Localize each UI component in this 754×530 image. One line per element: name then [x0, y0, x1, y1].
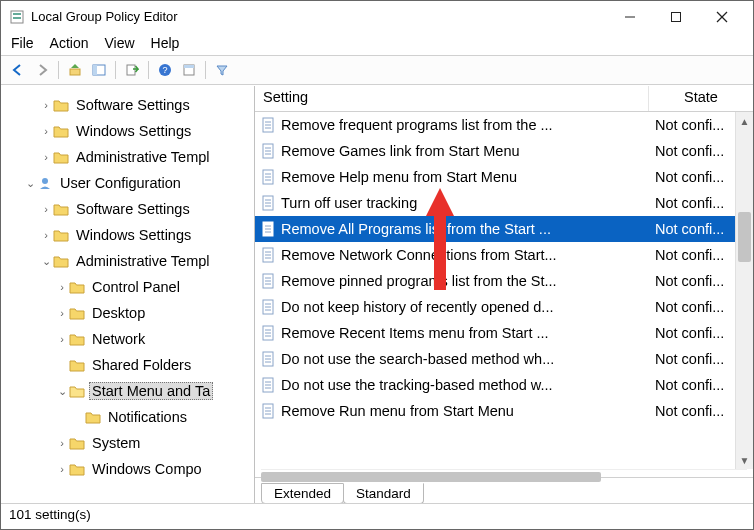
svg-rect-2	[13, 17, 21, 19]
list-row[interactable]: Remove frequent programs list from the .…	[255, 112, 753, 138]
export-button[interactable]	[121, 59, 143, 81]
column-state[interactable]: State	[649, 86, 753, 111]
window-title: Local Group Policy Editor	[31, 9, 607, 24]
list-row[interactable]: Remove All Programs list from the Start …	[255, 216, 753, 242]
list-row[interactable]: Do not use the search-based method wh...…	[255, 346, 753, 372]
folder-icon	[69, 332, 85, 346]
list-row[interactable]: Turn off user trackingNot confi...	[255, 190, 753, 216]
vertical-scrollbar[interactable]: ▲ ▼	[735, 112, 753, 469]
policy-icon	[261, 403, 277, 419]
list-row[interactable]: Remove Network Connections from Start...…	[255, 242, 753, 268]
scroll-thumb[interactable]	[738, 212, 751, 262]
row-name: Remove Network Connections from Start...	[281, 247, 557, 263]
list-header: Setting State	[255, 86, 753, 112]
row-name: Turn off user tracking	[281, 195, 417, 211]
column-setting[interactable]: Setting	[255, 86, 649, 111]
policy-icon	[261, 117, 277, 133]
scroll-thumb[interactable]	[261, 472, 601, 482]
toolbar-separator	[115, 61, 116, 79]
svg-rect-10	[127, 65, 135, 75]
scroll-down-icon[interactable]: ▼	[736, 451, 753, 469]
tree-node[interactable]: ⌄User Configuration	[1, 170, 254, 196]
tree-node[interactable]: ⌄Administrative Templ	[1, 248, 254, 274]
row-name: Remove Run menu from Start Menu	[281, 403, 514, 419]
list-row[interactable]: Remove Recent Items menu from Start ...N…	[255, 320, 753, 346]
list-row[interactable]: Remove pinned programs list from the St.…	[255, 268, 753, 294]
toolbar-separator	[205, 61, 206, 79]
close-button[interactable]	[699, 1, 745, 33]
tree-node[interactable]: ›Windows Settings	[1, 118, 254, 144]
tree-node[interactable]: ›Network	[1, 326, 254, 352]
row-name: Remove All Programs list from the Start …	[281, 221, 551, 237]
minimize-button[interactable]	[607, 1, 653, 33]
policy-icon	[261, 247, 277, 263]
scroll-up-icon[interactable]: ▲	[736, 112, 753, 130]
chevron-right-icon[interactable]: ›	[39, 203, 53, 215]
menu-action[interactable]: Action	[50, 35, 89, 51]
chevron-right-icon[interactable]: ›	[39, 229, 53, 241]
tab-standard[interactable]: Standard	[343, 483, 424, 503]
row-state: Not confi...	[655, 143, 724, 159]
help-button[interactable]: ?	[154, 59, 176, 81]
chevron-down-icon[interactable]: ⌄	[55, 385, 69, 398]
list-row[interactable]: Do not keep history of recently opened d…	[255, 294, 753, 320]
policy-icon	[261, 195, 277, 211]
folder-icon	[53, 124, 69, 138]
list-row[interactable]: Remove Run menu from Start MenuNot confi…	[255, 398, 753, 424]
chevron-right-icon[interactable]: ›	[55, 437, 69, 449]
list-row[interactable]: Remove Help menu from Start MenuNot conf…	[255, 164, 753, 190]
folder-icon	[69, 358, 85, 372]
svg-rect-4	[672, 12, 681, 21]
chevron-right-icon[interactable]: ›	[55, 333, 69, 345]
policy-icon	[261, 325, 277, 341]
row-state: Not confi...	[655, 221, 724, 237]
row-name: Do not use the search-based method wh...	[281, 351, 554, 367]
row-state: Not confi...	[655, 117, 724, 133]
back-button[interactable]	[7, 59, 29, 81]
policy-icon	[261, 273, 277, 289]
tree-node[interactable]: ›Desktop	[1, 300, 254, 326]
tree-node[interactable]: ›Windows Settings	[1, 222, 254, 248]
tree-node-selected[interactable]: ⌄Start Menu and Ta	[1, 378, 254, 404]
svg-rect-9	[93, 65, 97, 75]
folder-icon	[53, 254, 69, 268]
tree-node[interactable]: Notifications	[1, 404, 254, 430]
row-state: Not confi...	[655, 247, 724, 263]
chevron-right-icon[interactable]: ›	[39, 99, 53, 111]
tree-node[interactable]: ›Control Panel	[1, 274, 254, 300]
svg-rect-1	[13, 13, 21, 15]
horizontal-scrollbar[interactable]	[261, 469, 747, 483]
tree-node[interactable]: Shared Folders	[1, 352, 254, 378]
chevron-right-icon[interactable]: ›	[39, 125, 53, 137]
menu-view[interactable]: View	[104, 35, 134, 51]
menu-file[interactable]: File	[11, 35, 34, 51]
folder-icon	[53, 202, 69, 216]
chevron-down-icon[interactable]: ⌄	[23, 177, 37, 190]
tree-node[interactable]: ›Administrative Templ	[1, 144, 254, 170]
row-name: Remove Games link from Start Menu	[281, 143, 520, 159]
list-row[interactable]: Do not use the tracking-based method w..…	[255, 372, 753, 398]
tree-node[interactable]: ›Software Settings	[1, 196, 254, 222]
tree-node[interactable]: ›Windows Compo	[1, 456, 254, 482]
tree-node[interactable]: ›System	[1, 430, 254, 456]
chevron-right-icon[interactable]: ›	[39, 151, 53, 163]
tree-node[interactable]: ›Software Settings	[1, 92, 254, 118]
tab-extended[interactable]: Extended	[261, 483, 344, 503]
up-button[interactable]	[64, 59, 86, 81]
chevron-right-icon[interactable]: ›	[55, 281, 69, 293]
user-icon	[37, 176, 53, 190]
maximize-button[interactable]	[653, 1, 699, 33]
list-row[interactable]: Remove Games link from Start MenuNot con…	[255, 138, 753, 164]
folder-icon	[53, 150, 69, 164]
chevron-right-icon[interactable]: ›	[55, 463, 69, 475]
show-hide-tree-button[interactable]	[88, 59, 110, 81]
forward-button[interactable]	[31, 59, 53, 81]
policy-icon	[261, 377, 277, 393]
chevron-right-icon[interactable]: ›	[55, 307, 69, 319]
menu-help[interactable]: Help	[151, 35, 180, 51]
row-name: Do not use the tracking-based method w..…	[281, 377, 553, 393]
filter-button[interactable]	[211, 59, 233, 81]
properties-button[interactable]	[178, 59, 200, 81]
chevron-down-icon[interactable]: ⌄	[39, 255, 53, 268]
folder-icon	[53, 98, 69, 112]
